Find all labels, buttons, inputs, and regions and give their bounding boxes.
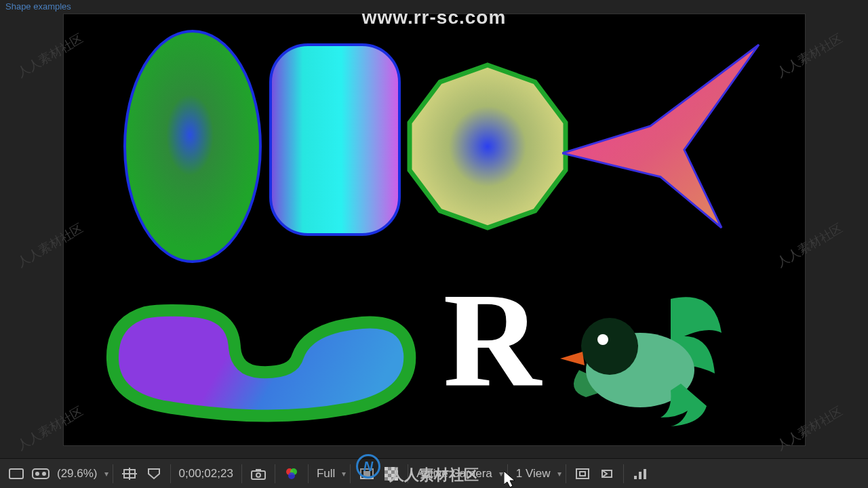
svg-marker-3 (562, 45, 759, 228)
pixel-aspect-icon[interactable] (573, 464, 592, 483)
svg-point-10 (35, 472, 39, 476)
svg-rect-35 (639, 472, 642, 479)
svg-rect-32 (576, 469, 589, 479)
svg-point-20 (288, 472, 295, 479)
mask-toggle-icon[interactable] (144, 464, 163, 483)
svg-rect-15 (252, 471, 265, 479)
chevron-down-icon[interactable]: ▾ (557, 469, 561, 479)
freeform-blob-shape (104, 285, 423, 428)
composition-viewer[interactable]: R (63, 14, 806, 446)
svg-rect-34 (634, 476, 637, 479)
star-shape (562, 35, 772, 231)
svg-rect-29 (391, 474, 395, 477)
svg-rect-27 (395, 470, 398, 474)
svg-rect-25 (391, 467, 395, 470)
chevron-down-icon[interactable]: ▾ (342, 469, 346, 479)
channel-icon[interactable] (282, 464, 301, 483)
svg-rect-31 (395, 477, 398, 481)
timeline-icon[interactable] (631, 464, 650, 483)
vr-preview-icon[interactable] (31, 464, 50, 483)
snapshot-icon[interactable] (249, 464, 268, 483)
tab-shape-examples[interactable]: Shape examples (5, 1, 71, 12)
svg-point-5 (581, 318, 638, 375)
svg-rect-8 (9, 469, 23, 479)
polygon-shape (399, 58, 576, 235)
safe-zones-icon[interactable] (120, 464, 139, 483)
svg-rect-24 (384, 467, 388, 470)
panel-tab-bar: Shape examples (0, 0, 868, 14)
svg-rect-9 (33, 469, 49, 479)
svg-point-11 (42, 472, 46, 476)
magnification-ratio[interactable]: (29.6%) (57, 467, 98, 481)
svg-marker-7 (560, 352, 585, 365)
current-time[interactable]: 0;00;02;23 (179, 467, 233, 481)
resolution-dropdown[interactable]: Full (317, 467, 335, 481)
svg-point-17 (256, 473, 260, 477)
ellipse-shape (111, 24, 274, 268)
rounded-rect-shape (267, 41, 403, 238)
svg-point-0 (125, 31, 260, 262)
chevron-down-icon[interactable]: ▾ (499, 469, 503, 479)
svg-rect-16 (256, 469, 261, 472)
always-preview-icon[interactable] (7, 464, 26, 483)
bird-shape (552, 272, 728, 428)
svg-rect-1 (271, 45, 399, 235)
fast-preview-icon[interactable] (597, 464, 616, 483)
view-layout-dropdown[interactable]: 1 View (516, 467, 551, 481)
text-shape-r: R (443, 272, 541, 407)
svg-marker-2 (410, 65, 566, 228)
svg-rect-36 (644, 469, 646, 479)
svg-rect-28 (384, 474, 388, 477)
transparency-grid-icon[interactable] (382, 464, 401, 483)
chevron-down-icon[interactable]: ▾ (104, 469, 108, 479)
svg-rect-33 (580, 472, 585, 476)
viewer-toolbar: (29.6%) ▾ 0;00;02;23 Full ▾ Active Camer… (0, 458, 868, 488)
svg-rect-22 (363, 471, 370, 476)
svg-point-6 (597, 334, 608, 345)
svg-rect-26 (388, 470, 391, 474)
camera-dropdown[interactable]: Active Camera (416, 467, 492, 481)
roi-icon[interactable] (357, 464, 376, 483)
svg-rect-30 (388, 477, 391, 481)
